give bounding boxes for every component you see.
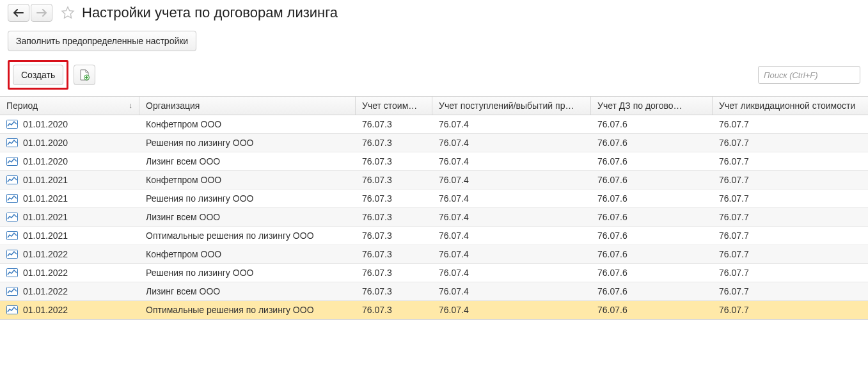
- cell-value: 76.07.3: [362, 175, 392, 185]
- cell-value: 76.07.7: [719, 305, 749, 315]
- table-row[interactable]: 01.01.2020Решения по лизингу ООО76.07.37…: [0, 134, 868, 152]
- cell-value: 76.07.4: [439, 230, 469, 241]
- toolbar-row-1: Заполнить предопределенные настройки: [0, 28, 868, 56]
- cell-inout: 76.07.4: [432, 264, 591, 282]
- cell-period: 01.01.2021: [0, 227, 139, 245]
- record-icon: [6, 194, 18, 203]
- cell-value: 76.07.4: [439, 305, 469, 315]
- cell-cost: 76.07.3: [356, 152, 432, 170]
- arrow-right-icon: [36, 9, 47, 17]
- create-highlight: Создать: [8, 60, 68, 90]
- cell-value: 01.01.2020: [23, 138, 68, 148]
- cell-org: Решения по лизингу ООО: [139, 264, 356, 282]
- cell-dz: 76.07.6: [591, 152, 713, 170]
- cell-dz: 76.07.6: [591, 115, 713, 133]
- cell-inout: 76.07.4: [432, 152, 591, 170]
- column-label: Период: [6, 101, 38, 111]
- record-icon: [6, 287, 18, 296]
- record-icon: [6, 120, 18, 129]
- cell-value: 01.01.2020: [23, 119, 68, 129]
- cell-liquid: 76.07.7: [713, 301, 868, 319]
- back-button[interactable]: [8, 4, 29, 22]
- cell-inout: 76.07.4: [432, 282, 591, 300]
- cell-value: Оптимальные решения по лизингу ООО: [146, 230, 314, 241]
- column-label: Учет ДЗ по догово…: [597, 101, 683, 111]
- cell-value: 76.07.7: [719, 193, 749, 204]
- cell-value: 01.01.2021: [23, 175, 68, 185]
- cell-value: 76.07.4: [439, 268, 469, 278]
- cell-value: 76.07.6: [597, 193, 627, 204]
- cell-value: 01.01.2022: [23, 286, 68, 296]
- cell-period: 01.01.2021: [0, 190, 139, 207]
- column-header-org[interactable]: Организация: [139, 97, 356, 115]
- cell-value: 76.07.3: [362, 268, 392, 278]
- table-header: Период ↓ Организация Учет стоим… Учет по…: [0, 97, 868, 115]
- cell-value: 76.07.6: [597, 305, 627, 315]
- cell-value: 76.07.7: [719, 138, 749, 148]
- cell-value: 76.07.6: [597, 286, 627, 296]
- cell-liquid: 76.07.7: [713, 208, 868, 226]
- cell-value: Решения по лизингу ООО: [146, 268, 253, 278]
- cell-dz: 76.07.6: [591, 190, 713, 207]
- cell-value: 76.07.4: [439, 156, 469, 166]
- record-icon: [6, 175, 18, 184]
- copy-new-button[interactable]: [74, 65, 95, 85]
- column-header-period[interactable]: Период ↓: [0, 97, 139, 115]
- table-row[interactable]: 01.01.2020Лизинг всем ООО76.07.376.07.47…: [0, 152, 868, 171]
- cell-inout: 76.07.4: [432, 190, 591, 207]
- table-row[interactable]: 01.01.2022Решения по лизингу ООО76.07.37…: [0, 264, 868, 282]
- cell-value: 76.07.3: [362, 286, 392, 296]
- table-row[interactable]: 01.01.2020Конфетпром ООО76.07.376.07.476…: [0, 115, 868, 134]
- table-row[interactable]: 01.01.2021Решения по лизингу ООО76.07.37…: [0, 190, 868, 208]
- cell-inout: 76.07.4: [432, 301, 591, 319]
- cell-value: 76.07.6: [597, 268, 627, 278]
- cell-value: 76.07.7: [719, 268, 749, 278]
- fill-defaults-button[interactable]: Заполнить предопределенные настройки: [8, 31, 196, 51]
- cell-period: 01.01.2021: [0, 171, 139, 189]
- table-row[interactable]: 01.01.2022Конфетпром ООО76.07.376.07.476…: [0, 245, 868, 264]
- cell-value: 76.07.6: [597, 119, 627, 129]
- favorite-button[interactable]: [59, 4, 77, 22]
- cell-value: 76.07.3: [362, 230, 392, 241]
- table-row[interactable]: 01.01.2021Лизинг всем ООО76.07.376.07.47…: [0, 208, 868, 227]
- cell-period: 01.01.2020: [0, 134, 139, 152]
- cell-liquid: 76.07.7: [713, 227, 868, 245]
- column-header-inout[interactable]: Учет поступлений/выбытий пр…: [432, 97, 591, 115]
- table-row[interactable]: 01.01.2021Конфетпром ООО76.07.376.07.476…: [0, 171, 868, 190]
- cell-value: 76.07.4: [439, 175, 469, 185]
- cell-period: 01.01.2022: [0, 245, 139, 263]
- cell-liquid: 76.07.7: [713, 152, 868, 170]
- cell-inout: 76.07.4: [432, 115, 591, 133]
- cell-liquid: 76.07.7: [713, 264, 868, 282]
- cell-value: 76.07.4: [439, 138, 469, 148]
- create-button[interactable]: Создать: [13, 65, 63, 85]
- column-header-cost[interactable]: Учет стоим…: [356, 97, 432, 115]
- table-body: 01.01.2020Конфетпром ООО76.07.376.07.476…: [0, 115, 868, 319]
- forward-button[interactable]: [31, 4, 52, 22]
- cell-cost: 76.07.3: [356, 282, 432, 300]
- cell-period: 01.01.2022: [0, 264, 139, 282]
- cell-dz: 76.07.6: [591, 208, 713, 226]
- cell-liquid: 76.07.7: [713, 190, 868, 207]
- cell-value: Лизинг всем ООО: [146, 212, 220, 222]
- sort-asc-icon: ↓: [129, 101, 132, 110]
- search-input[interactable]: [758, 66, 860, 84]
- column-header-dz[interactable]: Учет ДЗ по догово…: [591, 97, 713, 115]
- cell-period: 01.01.2020: [0, 115, 139, 133]
- data-table: Период ↓ Организация Учет стоим… Учет по…: [0, 96, 868, 320]
- record-icon: [6, 268, 18, 277]
- cell-value: 76.07.6: [597, 230, 627, 241]
- cell-liquid: 76.07.7: [713, 134, 868, 152]
- table-row[interactable]: 01.01.2021Оптимальные решения по лизингу…: [0, 227, 868, 245]
- cell-inout: 76.07.4: [432, 171, 591, 189]
- table-row[interactable]: 01.01.2022Лизинг всем ООО76.07.376.07.47…: [0, 282, 868, 301]
- cell-period: 01.01.2020: [0, 152, 139, 170]
- column-header-liquid[interactable]: Учет ликвидационной стоимости: [713, 97, 868, 115]
- cell-cost: 76.07.3: [356, 264, 432, 282]
- cell-value: 76.07.6: [597, 175, 627, 185]
- cell-value: 76.07.3: [362, 156, 392, 166]
- table-row[interactable]: 01.01.2022Оптимальные решения по лизингу…: [0, 301, 868, 319]
- cell-period: 01.01.2022: [0, 282, 139, 300]
- cell-value: 76.07.7: [719, 286, 749, 296]
- page-title: Настройки учета по договорам лизинга: [82, 4, 338, 21]
